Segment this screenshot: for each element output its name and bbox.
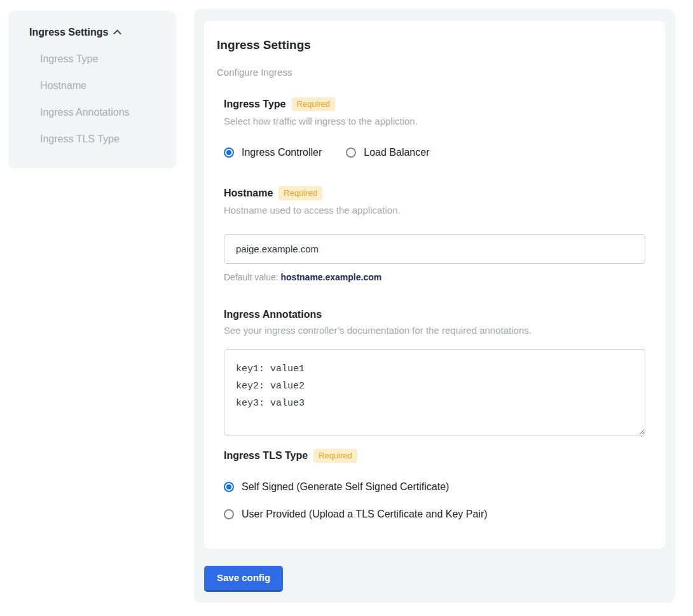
ingress-settings-card: Ingress Settings Configure Ingress Ingre… xyxy=(204,21,665,549)
settings-sidebar: Ingress Settings Ingress Type Hostname I… xyxy=(8,11,176,168)
sidebar-group-label: Ingress Settings xyxy=(29,27,108,38)
sidebar-item-hostname[interactable]: Hostname xyxy=(29,80,163,92)
page-subtitle: Configure Ingress xyxy=(217,67,645,78)
sidebar-item-ingress-tls-type[interactable]: Ingress TLS Type xyxy=(29,133,163,145)
radio-label: Ingress Controller xyxy=(242,147,322,158)
required-badge: Required xyxy=(313,449,357,463)
ingress-tls-radio-group: Self Signed (Generate Self Signed Certif… xyxy=(224,481,645,520)
required-badge: Required xyxy=(292,97,336,111)
hostname-label: Hostname xyxy=(224,188,273,199)
default-value-text: hostname.example.com xyxy=(281,272,382,282)
radio-label: Load Balancer xyxy=(364,147,429,158)
section-ingress-type: Ingress Type Required Select how traffic… xyxy=(224,97,645,158)
hostname-default-value: Default value: hostname.example.com xyxy=(224,272,645,282)
sidebar-item-ingress-annotations[interactable]: Ingress Annotations xyxy=(29,107,163,118)
radio-load-balancer[interactable]: Load Balancer xyxy=(346,147,429,158)
hostname-help: Hostname used to access the application. xyxy=(224,205,645,216)
ingress-annotations-help: See your ingress controller’s documentat… xyxy=(224,325,645,336)
radio-button-icon[interactable] xyxy=(224,509,234,519)
sidebar-group-ingress-settings[interactable]: Ingress Settings xyxy=(29,27,163,38)
radio-ingress-controller[interactable]: Ingress Controller xyxy=(224,147,322,158)
ingress-type-label: Ingress Type xyxy=(224,99,286,110)
default-value-prefix: Default value: xyxy=(224,272,281,282)
ingress-type-radio-group: Ingress Controller Load Balancer xyxy=(224,147,645,158)
radio-user-provided[interactable]: User Provided (Upload a TLS Certificate … xyxy=(224,509,645,520)
radio-button-icon[interactable] xyxy=(346,147,356,158)
ingress-annotations-textarea[interactable]: key1: value1 key2: value2 key3: value3 xyxy=(224,349,645,435)
ingress-annotations-label: Ingress Annotations xyxy=(224,309,322,320)
chevron-up-icon xyxy=(114,29,122,38)
ingress-type-help: Select how traffic will ingress to the a… xyxy=(224,116,645,127)
save-config-button[interactable]: Save config xyxy=(204,566,283,592)
radio-label: Self Signed (Generate Self Signed Certif… xyxy=(242,481,449,493)
section-ingress-annotations: Ingress Annotations See your ingress con… xyxy=(224,309,645,435)
settings-panel: Ingress Settings Configure Ingress Ingre… xyxy=(194,9,675,603)
radio-button-icon[interactable] xyxy=(224,482,234,492)
radio-label: User Provided (Upload a TLS Certificate … xyxy=(242,509,488,520)
section-hostname: Hostname Required Hostname used to acces… xyxy=(224,186,645,282)
required-badge: Required xyxy=(278,186,322,200)
ingress-tls-type-label: Ingress TLS Type xyxy=(224,450,308,462)
radio-self-signed[interactable]: Self Signed (Generate Self Signed Certif… xyxy=(224,481,645,493)
page-title: Ingress Settings xyxy=(217,38,645,52)
hostname-input[interactable] xyxy=(224,234,645,264)
sidebar-item-ingress-type[interactable]: Ingress Type xyxy=(29,53,163,65)
section-ingress-tls-type: Ingress TLS Type Required Self Signed (G… xyxy=(224,449,645,520)
radio-button-icon[interactable] xyxy=(224,147,234,158)
